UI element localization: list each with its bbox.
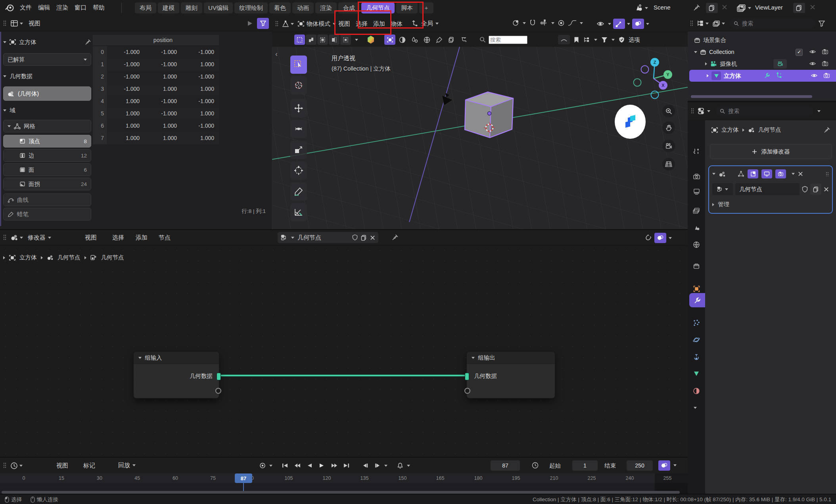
select-intersect-toggle[interactable]	[340, 34, 351, 45]
mode-dropdown[interactable]: 物体模式	[298, 20, 336, 28]
modifier-extras-chevron-icon[interactable]	[792, 173, 795, 175]
unlink-node-tree-icon[interactable]	[370, 235, 375, 240]
hierarchy-chevron-icon[interactable]	[594, 39, 597, 41]
properties-editor-type-icon[interactable]	[697, 107, 706, 115]
group-input-node[interactable]: 组输入 几何数据	[133, 351, 219, 399]
outliner-grip[interactable]	[690, 20, 693, 27]
frame-back-button[interactable]	[360, 460, 370, 471]
pin-scene-icon[interactable]	[693, 4, 700, 11]
scene-name[interactable]: Scene	[654, 4, 671, 11]
add-workspace-button[interactable]: +	[419, 2, 433, 13]
breadcrumb-object[interactable]: 立方体	[721, 126, 739, 134]
node-pin-icon[interactable]	[392, 234, 399, 241]
tab-layout[interactable]: 布局	[135, 2, 156, 13]
modifier-copy-icon[interactable]	[810, 184, 821, 195]
outliner-filter-image-icon[interactable]	[713, 20, 721, 27]
menu-render[interactable]: 渲染	[56, 4, 68, 11]
viewlayer-icon[interactable]	[737, 4, 746, 12]
timeline-menu-view[interactable]: 视图	[56, 462, 68, 470]
tab-scene-icon[interactable]	[690, 222, 702, 234]
filter-chevron-icon[interactable]	[612, 39, 615, 41]
modifier-unlink-icon[interactable]	[824, 187, 829, 192]
node-overlays-chevron-icon[interactable]	[669, 237, 672, 239]
geometry-output-socket[interactable]	[217, 373, 221, 380]
node-menu-view[interactable]: 视图	[85, 234, 97, 241]
outliner-funnel-icon[interactable]	[819, 21, 825, 27]
auto-keying-toggle[interactable]	[257, 460, 268, 471]
play-reverse-button[interactable]	[304, 460, 315, 471]
domain-row-point[interactable]: 顶点 8	[3, 135, 91, 148]
bookmark-icon[interactable]	[574, 36, 579, 43]
gizmo-minus-x-axis[interactable]	[641, 66, 649, 73]
select-lasso-toggle[interactable]	[329, 34, 339, 45]
select-tweak-toggle[interactable]	[294, 34, 305, 45]
camera-view-icon[interactable]	[662, 140, 675, 152]
pan-hand-icon[interactable]	[662, 121, 675, 134]
object-visibility-icon[interactable]	[595, 19, 606, 29]
sound-sync-icon[interactable]	[395, 460, 405, 471]
frame-forward-button[interactable]	[372, 460, 383, 471]
shading-solid-toggle[interactable]	[384, 34, 395, 45]
tab-world-icon[interactable]	[690, 239, 702, 251]
tool-search[interactable]	[479, 36, 527, 44]
modifier-nodetree-selector[interactable]	[712, 183, 733, 195]
viewport-menu-add[interactable]: 添加	[373, 20, 385, 28]
outliner-search-input[interactable]	[741, 20, 811, 27]
overlays-chevron-icon[interactable]	[646, 23, 649, 25]
spreadsheet-filter-toggle[interactable]	[257, 18, 269, 29]
tab-modifiers-icon-active[interactable]	[689, 293, 705, 307]
tree-type-dropdown[interactable]: 修改器	[28, 234, 51, 241]
material-preview-sphere-icon[interactable]	[367, 35, 375, 44]
tab-texture-paint[interactable]: 纹理绘制	[234, 2, 268, 13]
playback-popover[interactable]: 回放	[118, 462, 136, 469]
curve-handle-icon[interactable]	[558, 35, 570, 44]
prev-keyframe-button[interactable]	[292, 460, 303, 471]
node-snapping-icon[interactable]	[644, 234, 652, 242]
node-menu-select[interactable]: 选择	[112, 234, 124, 241]
outliner-row-camera[interactable]: 摄像机	[688, 58, 836, 70]
shading-world-icon[interactable]	[421, 34, 432, 45]
camera-hide-eye-icon[interactable]	[809, 61, 816, 67]
select-circle-toggle[interactable]	[317, 34, 328, 45]
hierarchy-icon[interactable]	[583, 36, 590, 43]
fake-user-shield-icon[interactable]	[352, 234, 358, 241]
sidebar-collapse-arrow[interactable]: ‹	[275, 50, 278, 58]
modifier-editmode-toggle[interactable]	[748, 169, 758, 178]
tool-scale[interactable]	[290, 141, 307, 159]
timeline-ruler[interactable]: 0 15 30 45 60 75 90 105 120 135 150 165 …	[0, 473, 688, 494]
node-canvas[interactable]: 立方体 几何节点 几何节点 组输入 几何数据	[0, 245, 688, 458]
tab-render-icon[interactable]	[690, 171, 702, 182]
spreadsheet-filter-arrow-icon[interactable]	[247, 20, 254, 27]
viewlayer-selector-chevron-icon[interactable]	[748, 7, 751, 9]
tab-particles-icon[interactable]	[690, 317, 702, 329]
node-tree-icon[interactable]	[281, 234, 288, 241]
frame-start-field[interactable]: 1	[572, 460, 598, 471]
tab-viewlayer-icon[interactable]	[690, 205, 702, 217]
geometry-item-row[interactable]: (几何体)	[3, 86, 91, 101]
tab-physics-icon[interactable]	[690, 334, 702, 346]
timeline-grip[interactable]	[3, 462, 6, 469]
properties-grip[interactable]	[691, 108, 694, 114]
tool-select-box[interactable]	[290, 56, 307, 74]
current-frame-field[interactable]: 87	[491, 460, 520, 471]
navigation-gizmo[interactable]: Z Y X	[629, 54, 681, 105]
camera-render-icon[interactable]	[822, 60, 828, 67]
collection-hide-eye-icon[interactable]	[809, 49, 816, 55]
modifier-shield-icon[interactable]	[802, 186, 808, 193]
outliner-row-cube-selected[interactable]: 立方体	[689, 70, 836, 82]
pivot-point-icon[interactable]	[512, 19, 520, 27]
spreadsheet-pin-icon[interactable]	[85, 39, 91, 45]
node-menu-node[interactable]: 节点	[159, 234, 171, 241]
tab-animation[interactable]: 动画	[292, 2, 314, 13]
domain-row-face[interactable]: 面 6	[3, 163, 91, 176]
tool-rotate[interactable]	[290, 120, 307, 138]
viewport-menu-view[interactable]: 视图	[338, 20, 350, 28]
select-box-toggle[interactable]	[306, 34, 316, 45]
viewport-canvas[interactable]: 用户透视 (87) Collection | 立方体 ‹	[272, 47, 688, 229]
shield-fakeuser-icon[interactable]	[619, 36, 625, 43]
gizmo-minus-z-axis[interactable]	[651, 91, 659, 99]
collection-render-camera-icon[interactable]	[822, 48, 828, 55]
display-mode-chevron-icon[interactable]	[706, 23, 709, 25]
tab-compositing[interactable]: 合成	[338, 2, 360, 13]
properties-options-chevron-icon[interactable]	[817, 110, 821, 112]
